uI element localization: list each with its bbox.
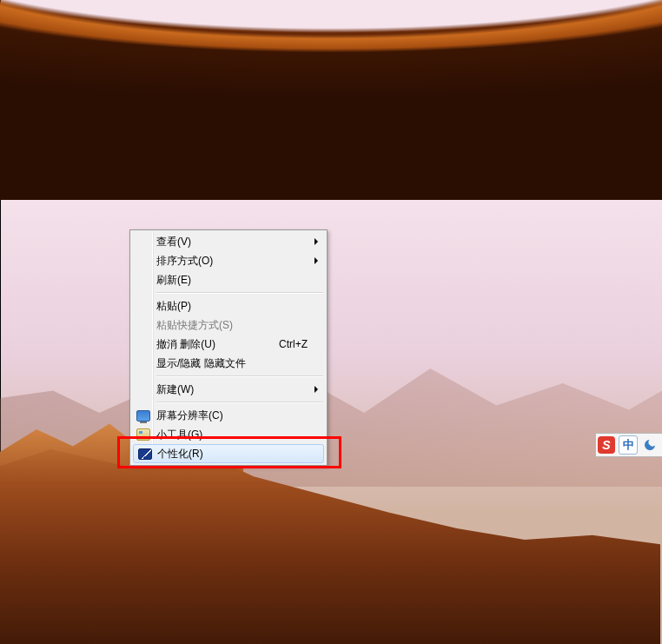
- menu-item-label: 撤消 删除(U): [156, 337, 268, 352]
- menu-item-label: 小工具(G): [156, 428, 308, 442]
- menu-item-gadgets[interactable]: 小工具(G): [132, 425, 325, 444]
- menu-item-label: 新建(W): [156, 382, 308, 397]
- menu-item-label: 刷新(E): [156, 273, 308, 288]
- menu-separator: [156, 402, 323, 403]
- gadget-icon: [136, 428, 150, 442]
- menu-item-label: 屏幕分辨率(C): [156, 408, 308, 423]
- menu-item-paste[interactable]: 粘贴(P): [132, 296, 325, 315]
- menu-item-label: 粘贴(P): [156, 299, 308, 314]
- menu-separator: [156, 292, 323, 294]
- ime-language-label: 中: [623, 437, 634, 453]
- menu-item-view[interactable]: 查看(V): [132, 232, 325, 251]
- sogou-ime-label: S: [602, 438, 610, 452]
- submenu-arrow-icon: [314, 257, 318, 264]
- window-left-border: [0, 0, 1, 644]
- menu-item-sort[interactable]: 排序方式(O): [132, 251, 325, 270]
- submenu-arrow-icon: [314, 386, 318, 393]
- wallpaper-plateau-lower: [0, 427, 660, 644]
- menu-item-label: 排序方式(O): [156, 254, 308, 269]
- menu-item-undo-delete[interactable]: 撤消 删除(U) Ctrl+Z: [132, 335, 325, 354]
- menu-item-paste-shortcut: 粘贴快捷方式(S): [132, 315, 325, 335]
- menu-item-label: 显示/隐藏 隐藏文件: [156, 356, 308, 371]
- personalize-icon: [138, 447, 152, 461]
- menu-item-screen-resolution[interactable]: 屏幕分辨率(C): [132, 406, 325, 425]
- ime-moon-icon[interactable]: [641, 436, 659, 454]
- menu-item-new[interactable]: 新建(W): [132, 380, 325, 399]
- sogou-ime-icon[interactable]: S: [598, 436, 615, 454]
- menu-item-shortcut: Ctrl+Z: [279, 338, 308, 350]
- wallpaper-overhang: [0, 0, 662, 200]
- desktop[interactable]: 查看(V) 排序方式(O) 刷新(E) 粘贴(P) 粘贴快捷方式(S) 撤消 删…: [0, 0, 662, 644]
- wallpaper-ridge: [0, 339, 662, 487]
- ime-language-button[interactable]: 中: [619, 435, 638, 455]
- menu-item-label: 粘贴快捷方式(S): [156, 318, 308, 333]
- menu-item-toggle-hidden[interactable]: 显示/隐藏 隐藏文件: [132, 354, 325, 373]
- ime-language-bar[interactable]: S 中: [595, 433, 662, 457]
- wallpaper-overhang-glow: [0, 0, 662, 183]
- desktop-context-menu[interactable]: 查看(V) 排序方式(O) 刷新(E) 粘贴(P) 粘贴快捷方式(S) 撤消 删…: [129, 229, 328, 466]
- menu-item-label: 个性化(R): [157, 447, 307, 461]
- menu-item-refresh[interactable]: 刷新(E): [132, 270, 325, 289]
- menu-separator: [156, 375, 323, 377]
- monitor-icon: [136, 408, 150, 422]
- submenu-arrow-icon: [314, 238, 318, 245]
- menu-item-personalize[interactable]: 个性化(R): [133, 444, 324, 463]
- menu-item-label: 查看(V): [156, 235, 308, 249]
